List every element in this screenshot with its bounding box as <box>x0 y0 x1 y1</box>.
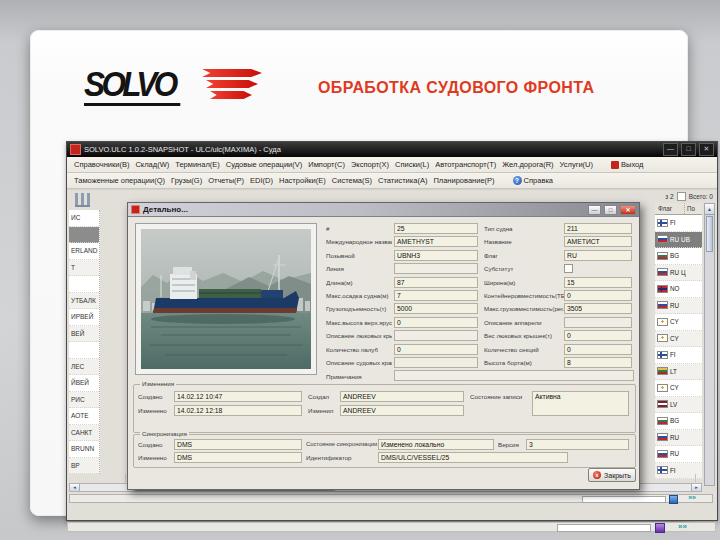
vessel-row[interactable]: УТБАЛК <box>69 293 99 310</box>
menu-item-экспорт-x-[interactable]: Экспорт(X) <box>348 159 392 170</box>
flag-row[interactable]: FI <box>655 347 702 364</box>
field-input[interactable]: 3505 <box>564 303 632 314</box>
dialog-close-button[interactable]: ✕ <box>620 205 636 215</box>
maximize-button[interactable]: □ <box>681 143 696 156</box>
menu-item-судовые-операции-v-[interactable]: Судовые операции(V) <box>223 159 306 170</box>
field-input[interactable]: AMETHYST <box>394 236 478 247</box>
modified-field[interactable]: 14.02.12 12:18 <box>174 405 302 416</box>
menu-item-импорт-c-[interactable]: Импорт(C) <box>305 159 348 170</box>
flag-row[interactable]: BG <box>655 248 702 265</box>
vessel-row[interactable]: ЙВЕЙ <box>69 375 99 392</box>
vessel-row[interactable] <box>69 342 99 359</box>
modifier-field[interactable]: ANDREEV <box>340 405 464 416</box>
filter-checkbox[interactable] <box>677 192 686 201</box>
flag-row[interactable]: FI <box>655 215 702 232</box>
substitute-checkbox[interactable] <box>564 264 573 273</box>
field-input[interactable]: 211 <box>564 223 632 234</box>
field-input[interactable]: 5000 <box>394 303 478 314</box>
vessel-row[interactable]: Т <box>69 260 99 277</box>
menu-item-edi-d-[interactable]: EDI(D) <box>247 175 276 186</box>
flag-row[interactable]: RU <box>655 430 702 447</box>
vessel-row[interactable]: ИС <box>69 210 99 227</box>
vessel-row[interactable]: ERLAND <box>69 243 99 260</box>
vessel-row[interactable]: BRUNN <box>69 441 99 458</box>
flag-row[interactable]: CY <box>655 314 702 331</box>
menu-item-жел-дорога-r-[interactable]: Жел.дорога(R) <box>499 159 556 170</box>
field-input[interactable]: UBNH3 <box>394 250 478 261</box>
dialog-minimize-button[interactable]: — <box>588 205 601 215</box>
flag-row[interactable]: CY <box>655 380 702 397</box>
menu-item-label: Экспорт(X) <box>351 160 389 169</box>
menu-item-справка[interactable]: ?Справка <box>510 175 556 186</box>
flag-row[interactable]: RU <box>655 298 702 315</box>
menu-item-статистика-a-[interactable]: Статистика(A) <box>375 175 430 186</box>
record-state-field[interactable]: Активна <box>532 391 629 416</box>
flag-row[interactable]: LV <box>655 397 702 414</box>
flag-row[interactable]: RU <box>655 446 702 463</box>
vessel-row[interactable]: РИС <box>69 392 99 409</box>
field-input[interactable]: RU <box>564 250 632 261</box>
close-dialog-button[interactable]: x Закрыть <box>588 468 636 482</box>
menu-item-склад-w-[interactable]: Склад(W) <box>132 159 172 170</box>
minimize-button[interactable]: — <box>663 143 678 156</box>
field-input[interactable]: 0 <box>564 330 632 341</box>
dialog-maximize-button[interactable]: □ <box>604 205 617 215</box>
close-button[interactable]: ✕ <box>699 143 714 156</box>
menu-item-планирование-p-[interactable]: Планирование(P) <box>430 175 497 186</box>
sync-state-field[interactable]: Изменено локально <box>378 439 494 450</box>
vessel-row[interactable]: ИРВЕЙ <box>69 309 99 326</box>
scroll-left-icon[interactable]: ◄ <box>70 484 80 491</box>
field-input[interactable]: 0 <box>394 344 478 355</box>
scroll-up-icon[interactable]: ▲ <box>705 204 714 215</box>
flag-row[interactable]: CY <box>655 331 702 348</box>
vertical-scroll-thumb[interactable] <box>706 216 713 252</box>
field-input[interactable]: 0 <box>564 290 632 301</box>
menu-item-грузы-g-[interactable]: Грузы(G) <box>168 175 205 186</box>
menu-item-услуги-u-[interactable]: Услуги(U) <box>557 159 596 170</box>
flag-row[interactable]: BG <box>655 413 702 430</box>
vessel-row[interactable]: ВЕЙ <box>69 326 99 343</box>
field-input[interactable] <box>564 317 632 328</box>
creator-field[interactable]: ANDREEV <box>340 391 464 402</box>
field-input[interactable] <box>394 330 478 341</box>
field-input[interactable] <box>394 263 478 274</box>
sync-modified-field[interactable]: DMS <box>174 452 302 463</box>
field-input[interactable]: 87 <box>394 277 478 288</box>
flag-row[interactable]: RUUB <box>655 232 702 249</box>
scroll-right-icon[interactable]: ► <box>691 484 701 491</box>
version-field[interactable]: 3 <box>526 439 629 450</box>
field-input[interactable]: 15 <box>564 277 632 288</box>
menu-item-настройки-e-[interactable]: Настройки(E) <box>276 175 329 186</box>
field-input[interactable]: 25 <box>394 223 478 234</box>
identifier-field[interactable]: DMS/ULC/VESSEL/25 <box>378 452 568 463</box>
field-input[interactable]: 0 <box>394 317 478 328</box>
flag-row[interactable]: NO <box>655 281 702 298</box>
menu-item-выход[interactable]: Выход <box>608 159 646 170</box>
field-input[interactable]: 8 <box>564 357 632 368</box>
menu-item-справочники-b-[interactable]: Справочники(B) <box>71 159 132 170</box>
flag-row[interactable]: LT <box>655 364 702 381</box>
menu-item-отчеты-p-[interactable]: Отчеты(P) <box>205 175 247 186</box>
field-input[interactable]: АМЕТИСТ <box>564 236 632 247</box>
vessel-row[interactable]: ВР <box>69 458 99 475</box>
field-input[interactable] <box>394 357 478 368</box>
menu-item-label: Статистика(A) <box>378 176 427 185</box>
menu-item-автотранспорт-t-[interactable]: Автотранспорт(T) <box>432 159 499 170</box>
notes-field[interactable] <box>394 370 634 381</box>
menu-item-система-s-[interactable]: Система(S) <box>329 175 375 186</box>
vessel-row[interactable] <box>69 227 99 244</box>
sync-created-field[interactable]: DMS <box>174 439 302 450</box>
vessel-row[interactable]: АОТЕ <box>69 408 99 425</box>
flag-row[interactable]: RUЦ <box>655 265 702 282</box>
menu-item-терминал-e-[interactable]: Терминал(E) <box>172 159 223 170</box>
vessel-row[interactable]: САНКТ <box>69 425 99 442</box>
field-input[interactable]: 0 <box>564 344 632 355</box>
field-input[interactable]: 7 <box>394 290 478 301</box>
columns-toolbar-icon[interactable] <box>75 193 90 207</box>
vertical-scrollbar[interactable]: ▲ <box>704 203 715 486</box>
vessel-row[interactable] <box>69 276 99 293</box>
menu-item-таможенные-операции-q-[interactable]: Таможенные операции(Q) <box>71 175 168 186</box>
vessel-row[interactable]: ЛЕС <box>69 359 99 376</box>
menu-item-списки-l-[interactable]: Списки(L) <box>392 159 432 170</box>
created-field[interactable]: 14.02.12 10:47 <box>174 391 302 402</box>
